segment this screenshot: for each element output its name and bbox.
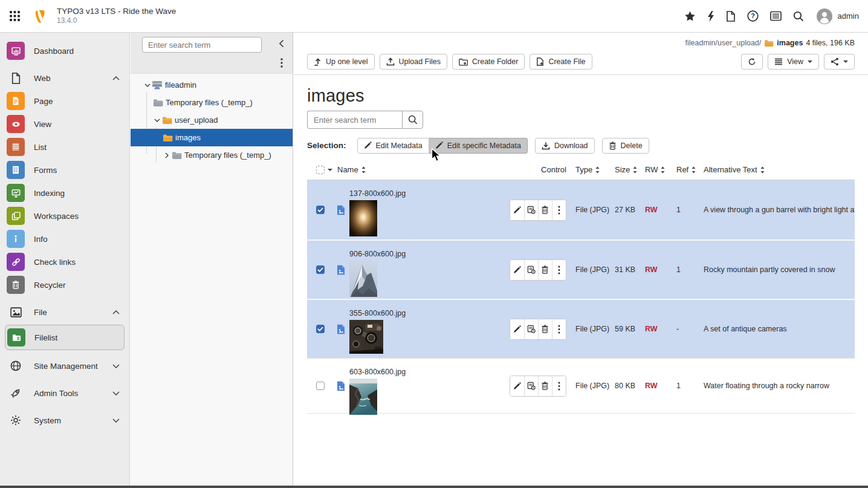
create-file-button[interactable]: Create File [530,54,592,70]
column-header-alt[interactable]: Alternative Text [704,165,757,174]
chevron-down-icon[interactable] [143,80,152,89]
file-row[interactable]: 603-800x600.jpg [307,358,855,414]
file-thumbnail[interactable] [349,261,377,297]
column-header-type[interactable]: Type [575,165,592,174]
file-info-icon[interactable] [524,376,538,396]
edit-icon[interactable] [510,376,524,396]
tree-node-temporary-files-2[interactable]: Temporary files (_temp_) [131,146,293,164]
sort-icon[interactable] [595,166,600,174]
sidebar-section-file[interactable]: File [0,301,129,324]
edit-icon[interactable] [510,319,524,339]
sidebar-section-site-management[interactable]: Site Management [0,354,129,377]
edit-icon[interactable] [510,260,524,280]
tree-menu-kebab-icon[interactable] [280,58,283,68]
file-references[interactable]: 1 [668,206,699,214]
row-checkbox[interactable] [316,382,325,390]
refresh-button[interactable] [741,54,763,70]
delete-icon[interactable] [538,319,552,339]
sidebar-item-workspaces[interactable]: Workspaces [0,204,129,227]
edit-metadata-button[interactable]: Edit Metadata [357,138,429,154]
sidebar-item-dashboard[interactable]: Dashboard [0,39,129,62]
tree-node-user-upload[interactable]: user_upload [131,111,293,129]
share-dropdown-button[interactable] [824,54,855,70]
search-icon[interactable] [793,11,804,22]
tree-node-images[interactable]: images [131,129,293,146]
breadcrumb-path[interactable]: fileadmin/user_upload/ [685,39,762,47]
edit-icon[interactable] [510,200,524,220]
help-icon[interactable]: ? [747,10,759,22]
more-actions-kebab-icon[interactable] [552,319,566,339]
sidebar-item-list[interactable]: List [0,135,129,158]
select-all-checkbox[interactable] [316,166,325,174]
file-search-button[interactable] [402,111,423,129]
more-actions-kebab-icon[interactable] [552,260,566,280]
file-search-input[interactable] [307,111,402,129]
sort-icon[interactable] [633,166,637,174]
more-actions-kebab-icon[interactable] [552,200,566,220]
file-references[interactable]: 1 [668,265,699,274]
new-document-icon[interactable] [726,11,736,22]
row-checkbox[interactable] [316,265,325,274]
modules-grid-icon[interactable] [0,11,29,21]
delete-icon[interactable] [538,200,552,220]
sidebar-section-web[interactable]: Web [0,67,129,89]
column-header-size[interactable]: Size [615,165,630,174]
view-dropdown-button[interactable]: View [768,54,819,70]
up-one-level-button[interactable]: Up one level [307,54,375,70]
file-references[interactable]: - [668,325,699,333]
sidebar-section-system[interactable]: System [0,409,129,432]
file-row[interactable]: 137-800x600.jpg [307,180,855,239]
chevron-down-icon[interactable] [152,115,161,125]
user-menu[interactable]: admin [817,8,859,24]
collapse-tree-icon[interactable] [279,39,284,48]
file-name[interactable]: 137-800x600.jpg [349,189,406,198]
sort-icon[interactable] [691,166,696,174]
sidebar-item-check-links[interactable]: Check links [0,250,129,273]
caret-down-icon[interactable] [328,169,332,171]
system-information-icon[interactable] [770,11,782,21]
sidebar-item-info[interactable]: Info [0,227,129,250]
svg-text:?: ? [751,12,755,19]
sidebar-item-indexing[interactable]: Indexing [0,181,129,204]
file-info-icon[interactable] [524,260,538,280]
file-row[interactable]: 906-800x600.jpg [307,239,855,299]
file-name[interactable]: 603-800x600.jpg [349,368,406,376]
sort-icon[interactable] [361,166,366,174]
column-header-name[interactable]: Name [337,165,358,174]
chevron-right-icon[interactable] [162,151,171,160]
file-thumbnail[interactable] [349,379,377,415]
tree-node-temporary-files[interactable]: Temporary files (_temp_) [131,94,293,111]
sidebar-item-recycler[interactable]: Recycler [0,273,129,296]
file-thumbnail[interactable] [349,200,377,236]
file-info-icon[interactable] [524,319,538,339]
sort-icon[interactable] [760,166,765,174]
sidebar-item-view[interactable]: View [0,112,129,135]
file-row[interactable]: 355-800x600.jpg [307,299,855,358]
delete-icon[interactable] [538,376,552,396]
file-references[interactable]: 1 [668,382,699,390]
delete-icon[interactable] [538,260,552,280]
tree-node-fileadmin[interactable]: fileadmin [131,76,293,94]
sidebar-item-filelist[interactable]: Filelist [5,325,125,350]
file-name[interactable]: 355-800x600.jpg [349,309,406,317]
sort-icon[interactable] [661,166,665,174]
sidebar-section-admin-tools[interactable]: Admin Tools [0,382,129,405]
sidebar-item-forms[interactable]: Forms [0,158,129,181]
clear-cache-bolt-icon[interactable] [707,11,714,22]
row-checkbox[interactable] [316,325,325,333]
download-button[interactable]: Download [535,138,595,154]
bookmark-star-icon[interactable] [684,11,696,22]
column-header-ref[interactable]: Ref [676,165,688,174]
tree-search-input[interactable] [142,37,262,53]
file-name[interactable]: 906-800x600.jpg [349,250,406,258]
create-folder-button[interactable]: Create Folder [452,54,525,70]
file-thumbnail[interactable] [349,320,383,354]
breadcrumb-folder[interactable]: images [777,39,803,47]
upload-files-button[interactable]: Upload Files [380,54,447,70]
sidebar-item-page[interactable]: Page [0,89,129,112]
more-actions-kebab-icon[interactable] [552,376,566,396]
file-info-icon[interactable] [524,200,538,220]
delete-button[interactable]: Delete [602,138,649,154]
row-checkbox[interactable] [316,206,325,214]
column-header-rw[interactable]: RW [645,165,658,174]
